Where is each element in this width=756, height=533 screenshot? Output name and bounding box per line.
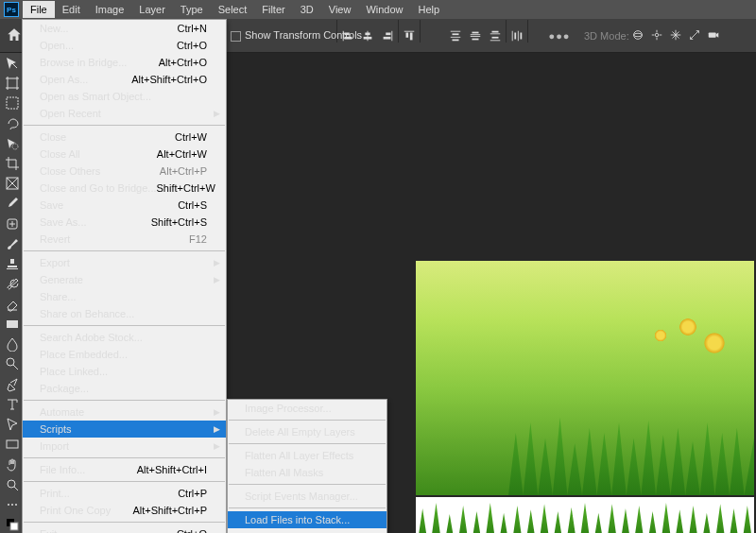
menubar-item-select[interactable]: Select <box>211 1 255 18</box>
file-menu-item-print-one-copy[interactable]: Print One CopyAlt+Shift+Ctrl+P <box>23 502 226 519</box>
menubar-item-window[interactable]: Window <box>358 1 410 18</box>
tool-eyedropper[interactable] <box>2 196 23 212</box>
file-menu-item-place-linked[interactable]: Place Linked... <box>23 363 226 380</box>
canvas-image-daffodils[interactable] <box>416 261 754 495</box>
tool-lasso[interactable] <box>2 115 23 131</box>
svg-rect-27 <box>521 32 523 39</box>
submenu-arrow-icon: ▶ <box>214 441 220 451</box>
scripts-menu-item-delete-all-empty-layers[interactable]: Delete All Empty Layers <box>228 423 387 440</box>
tool-stamp[interactable] <box>2 256 23 272</box>
menubar-item-view[interactable]: View <box>321 1 359 18</box>
menubar-item-type[interactable]: Type <box>173 1 211 18</box>
menubar-item-filter[interactable]: Filter <box>254 1 292 18</box>
menubar-item-3d[interactable]: 3D <box>293 1 321 18</box>
menu-item-label: Scripts <box>40 423 72 435</box>
distribute-vcenter-icon[interactable] <box>466 20 485 52</box>
more-options-icon[interactable]: ●●● <box>550 20 569 52</box>
file-menu-item-generate[interactable]: Generate▶ <box>23 271 226 288</box>
tool-blur[interactable] <box>2 336 23 352</box>
tool-history-brush[interactable] <box>2 276 23 292</box>
orbit-icon[interactable] <box>631 28 644 43</box>
file-menu-item-share-on-behance[interactable]: Share on Behance... <box>23 305 226 322</box>
distribute-top-icon[interactable] <box>446 20 465 52</box>
file-menu-item-package: Package... <box>23 380 226 397</box>
tool-eraser[interactable] <box>2 296 23 312</box>
file-menu-item-place-embedded[interactable]: Place Embedded... <box>23 346 226 363</box>
menu-shortcut: Alt+Shift+Ctrl+O <box>131 74 207 85</box>
file-menu-item-export[interactable]: Export▶ <box>23 254 226 271</box>
file-menu-item-import[interactable]: Import▶ <box>23 438 226 455</box>
file-menu-item-open-as[interactable]: Open As...Alt+Shift+Ctrl+O <box>23 71 226 88</box>
tool-pen[interactable] <box>2 376 23 392</box>
file-menu-item-exit[interactable]: ExitCtrl+Q <box>23 525 226 533</box>
tool-crop[interactable] <box>2 155 23 171</box>
file-menu-item-browse-in-bridge[interactable]: Browse in Bridge...Alt+Ctrl+O <box>23 54 226 71</box>
menu-shortcut: Ctrl+Q <box>177 528 207 533</box>
file-menu-item-save[interactable]: SaveCtrl+S <box>23 197 226 214</box>
svg-rect-13 <box>453 33 459 35</box>
file-menu-item-open-as-smart-object[interactable]: Open as Smart Object... <box>23 88 226 105</box>
menu-shortcut: Alt+Ctrl+W <box>157 148 207 160</box>
tool-frame[interactable] <box>2 176 23 192</box>
scripts-menu-item-load-multiple-dicom-files[interactable]: Load Multiple DICOM Files... <box>228 528 387 533</box>
scripts-menu-item-flatten-all-layer-effects[interactable]: Flatten All Layer Effects <box>228 447 387 464</box>
svg-rect-24 <box>512 30 513 41</box>
pan-icon[interactable] <box>650 28 663 43</box>
align-center-h-icon[interactable] <box>358 20 377 52</box>
scale-3d-icon[interactable] <box>688 28 701 43</box>
align-right-icon[interactable] <box>378 20 397 52</box>
file-menu-item-automate[interactable]: Automate▶ <box>23 404 226 421</box>
tool-fg-bg[interactable] <box>2 517 23 533</box>
file-menu-item-file-info[interactable]: File Info...Alt+Shift+Ctrl+I <box>23 461 226 478</box>
tool-type[interactable] <box>2 396 23 412</box>
svg-rect-17 <box>471 34 481 35</box>
svg-rect-3 <box>368 30 369 41</box>
tool-hand[interactable] <box>2 456 23 473</box>
menubar-item-edit[interactable]: Edit <box>55 1 88 18</box>
tool-healing[interactable] <box>2 215 23 232</box>
file-menu-item-close[interactable]: CloseCtrl+W <box>23 129 226 146</box>
scripts-menu-item-load-files-into-stack[interactable]: Load Files into Stack... <box>228 511 387 528</box>
file-menu-item-open[interactable]: Open...Ctrl+O <box>23 37 226 54</box>
file-menu-item-search-adobe-stock[interactable]: Search Adobe Stock... <box>23 329 226 346</box>
scripts-menu-item-image-processor[interactable]: Image Processor... <box>228 400 387 417</box>
file-menu-item-close-and-go-to-bridge[interactable]: Close and Go to Bridge...Shift+Ctrl+W <box>23 180 226 197</box>
distribute-left-icon[interactable] <box>507 20 526 52</box>
home-icon[interactable] <box>6 26 23 45</box>
menu-shortcut: Alt+Ctrl+O <box>159 57 207 68</box>
align-left-icon[interactable] <box>338 20 357 52</box>
tool-marquee[interactable] <box>2 95 23 112</box>
align-top-icon[interactable] <box>400 20 419 52</box>
menubar-item-layer[interactable]: Layer <box>131 1 173 18</box>
menu-item-label: Save <box>40 199 63 211</box>
tool-rectangle[interactable] <box>2 437 23 453</box>
file-menu-item-open-recent[interactable]: Open Recent▶ <box>23 105 226 122</box>
camera-icon[interactable] <box>707 28 720 43</box>
tool-quick-select[interactable] <box>2 135 23 151</box>
file-menu-item-new[interactable]: New...Ctrl+N <box>23 20 226 37</box>
menubar-item-file[interactable]: File <box>23 1 55 18</box>
tool-gradient[interactable] <box>2 316 23 332</box>
file-menu-item-close-all[interactable]: Close AllAlt+Ctrl+W <box>23 146 226 163</box>
file-menu-item-scripts[interactable]: Scripts▶ <box>23 421 226 438</box>
tool-path-select[interactable] <box>2 417 23 433</box>
tool-dodge[interactable] <box>2 356 23 372</box>
scripts-menu-item-script-events-manager[interactable]: Script Events Manager... <box>228 488 387 505</box>
distribute-bottom-icon[interactable] <box>486 20 505 52</box>
menu-item-label: Automate <box>40 406 84 418</box>
tool-zoom[interactable] <box>2 476 23 492</box>
tool-artboard[interactable] <box>2 75 23 91</box>
file-menu-item-share[interactable]: Share... <box>23 288 226 305</box>
tool-edit-toolbar[interactable] <box>2 497 23 513</box>
move-3d-icon[interactable] <box>669 28 682 43</box>
svg-rect-12 <box>451 30 461 31</box>
menubar-item-help[interactable]: Help <box>411 1 448 18</box>
tool-move[interactable] <box>2 55 23 71</box>
canvas-image-grass[interactable] <box>416 497 754 533</box>
tool-brush[interactable] <box>2 235 23 251</box>
file-menu-item-print[interactable]: Print...Ctrl+P <box>23 485 226 502</box>
distribute-buttons <box>446 20 528 52</box>
menubar-item-image[interactable]: Image <box>88 1 132 18</box>
file-menu-item-save-as[interactable]: Save As...Shift+Ctrl+S <box>23 214 226 231</box>
scripts-menu-item-flatten-all-masks[interactable]: Flatten All Masks <box>228 464 387 481</box>
